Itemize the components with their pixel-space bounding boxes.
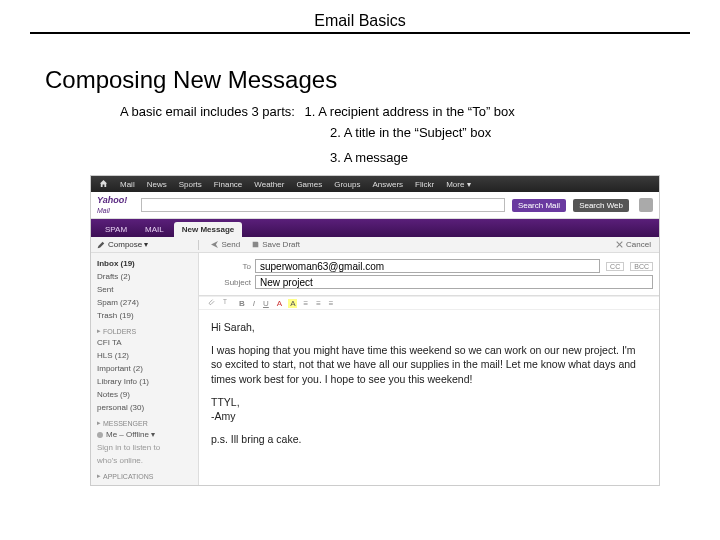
tab-spam[interactable]: SPAM: [97, 222, 135, 237]
attach-icon[interactable]: [205, 298, 217, 308]
subject-label: Subject: [205, 278, 251, 287]
compose-pane: To superwoman63@gmail.com CC BCC Subject…: [199, 253, 659, 485]
signin-hint-1: Sign in to listen to: [97, 441, 192, 454]
save-draft-button[interactable]: Save Draft: [252, 240, 300, 249]
nav-finance[interactable]: Finance: [214, 180, 242, 189]
send-button[interactable]: Send: [211, 240, 240, 249]
sidebar: Inbox (19) Drafts (2) Sent Spam (274) Tr…: [91, 253, 199, 485]
presence-dot-icon: [97, 432, 103, 438]
folder-hls[interactable]: HLS (12): [97, 349, 192, 362]
search-web-button[interactable]: Search Web: [573, 199, 629, 212]
page-title: Email Basics: [30, 12, 690, 30]
msg-greeting: Hi Sarah,: [211, 320, 647, 334]
folders-group-label[interactable]: FOLDERS: [97, 327, 192, 336]
close-icon: [616, 241, 623, 248]
tab-strip: SPAM MAIL New Message: [91, 219, 659, 237]
format-toolbar: T B I U A A ≡ ≡ ≡: [199, 296, 659, 310]
search-input[interactable]: [141, 198, 505, 212]
nav-games[interactable]: Games: [296, 180, 322, 189]
nav-answers[interactable]: Answers: [372, 180, 403, 189]
home-icon[interactable]: [99, 179, 108, 190]
avatar[interactable]: [639, 198, 653, 212]
tab-mail[interactable]: MAIL: [137, 222, 172, 237]
bullet-3: 3. A message: [330, 150, 690, 165]
svg-text:T: T: [223, 298, 227, 305]
bullet-2: 2. A title in the “Subject” box: [330, 125, 690, 140]
nav-sports[interactable]: Sports: [179, 180, 202, 189]
yahoo-mail-screenshot: Mail News Sports Finance Weather Games G…: [90, 175, 660, 486]
applications-group-label[interactable]: APPLICATIONS: [97, 472, 192, 481]
me-offline[interactable]: Me – Offline ▾: [97, 428, 192, 441]
sidebar-sent[interactable]: Sent: [97, 283, 192, 296]
messenger-group-label[interactable]: MESSENGER: [97, 419, 192, 428]
folder-library[interactable]: Library Info (1): [97, 375, 192, 388]
msg-ps: p.s. Ill bring a cake.: [211, 432, 647, 446]
nav-groups[interactable]: Groups: [334, 180, 360, 189]
intro-line: A basic email includes 3 parts: 1. A rec…: [120, 104, 690, 119]
send-icon: [211, 241, 218, 248]
font-icon[interactable]: T: [221, 298, 233, 308]
list-ol-button[interactable]: ≡: [314, 299, 323, 308]
nav-news[interactable]: News: [147, 180, 167, 189]
sidebar-inbox[interactable]: Inbox (19): [97, 257, 192, 270]
intro-lead: A basic email includes 3 parts:: [120, 104, 295, 119]
sidebar-drafts[interactable]: Drafts (2): [97, 270, 192, 283]
msg-body: I was hoping that you might have time th…: [211, 343, 647, 386]
search-mail-button[interactable]: Search Mail: [512, 199, 566, 212]
nav-weather[interactable]: Weather: [254, 180, 284, 189]
folder-cfita[interactable]: CFI TA: [97, 336, 192, 349]
sidebar-trash[interactable]: Trash (19): [97, 309, 192, 322]
folder-important[interactable]: Important (2): [97, 362, 192, 375]
sidebar-spam[interactable]: Spam (274): [97, 296, 192, 309]
nav-more[interactable]: More ▾: [446, 180, 470, 189]
yahoo-topnav: Mail News Sports Finance Weather Games G…: [91, 176, 659, 192]
bcc-toggle[interactable]: BCC: [630, 262, 653, 271]
compose-toolbar: Compose ▾ Send Save Draft Cancel: [91, 237, 659, 253]
italic-button[interactable]: I: [251, 299, 257, 308]
nav-mail[interactable]: Mail: [120, 180, 135, 189]
save-icon: [252, 241, 259, 248]
message-body[interactable]: Hi Sarah, I was hoping that you might ha…: [199, 310, 659, 463]
msg-signoff: TTYL,-Amy: [211, 395, 647, 423]
compose-button[interactable]: Compose ▾: [97, 240, 148, 249]
bold-button[interactable]: B: [237, 299, 247, 308]
color-a-button[interactable]: A: [275, 299, 284, 308]
highlight-button[interactable]: A: [288, 299, 297, 308]
cancel-button[interactable]: Cancel: [616, 240, 651, 249]
to-input[interactable]: superwoman63@gmail.com: [255, 259, 600, 273]
cc-toggle[interactable]: CC: [606, 262, 624, 271]
subject-input[interactable]: New project: [255, 275, 653, 289]
folder-personal[interactable]: personal (30): [97, 401, 192, 414]
align-button[interactable]: ≡: [327, 299, 336, 308]
tab-new-message[interactable]: New Message: [174, 222, 242, 237]
signin-hint-2: who's online.: [97, 454, 192, 467]
underline-button[interactable]: U: [261, 299, 271, 308]
section-heading: Composing New Messages: [45, 66, 690, 94]
nav-flickr[interactable]: Flickr: [415, 180, 434, 189]
list-ul-button[interactable]: ≡: [301, 299, 310, 308]
title-rule: [30, 32, 690, 34]
yahoo-logo: Yahoo! Mail: [97, 195, 137, 215]
search-row: Yahoo! Mail Search Mail Search Web: [91, 192, 659, 219]
subject-row: Subject New project: [205, 275, 653, 289]
bullet-1: 1. A recipient address in the “To” box: [305, 104, 515, 119]
folder-notes[interactable]: Notes (9): [97, 388, 192, 401]
to-label: To: [205, 262, 251, 271]
toolbar-separator: [198, 240, 199, 250]
to-row: To superwoman63@gmail.com CC BCC: [205, 259, 653, 273]
